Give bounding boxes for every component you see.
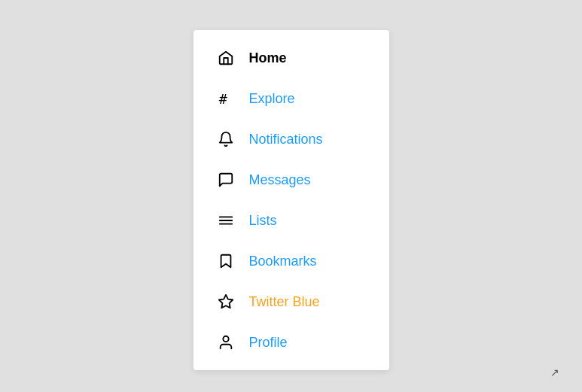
svg-text:#: #	[218, 91, 227, 107]
nav-item-profile[interactable]: Profile	[193, 322, 389, 363]
home-icon	[216, 48, 236, 68]
notifications-icon	[216, 129, 236, 149]
svg-point-5	[223, 336, 228, 342]
nav-item-bookmarks[interactable]: Bookmarks	[193, 241, 389, 281]
nav-item-notifications[interactable]: Notifications	[193, 119, 389, 160]
nav-label-explore: Explore	[249, 91, 295, 107]
nav-item-explore[interactable]: # Explore	[193, 78, 389, 119]
nav-label-profile: Profile	[249, 335, 288, 351]
nav-label-notifications: Notifications	[249, 132, 323, 147]
profile-icon	[216, 333, 236, 352]
nav-label-lists: Lists	[249, 213, 277, 229]
nav-label-messages: Messages	[249, 172, 311, 188]
nav-label-bookmarks: Bookmarks	[249, 254, 317, 269]
nav-item-home[interactable]: Home	[193, 38, 389, 78]
svg-marker-4	[218, 295, 232, 308]
nav-label-twitter-blue: Twitter Blue	[249, 294, 320, 310]
cursor-indicator: ↗	[550, 366, 559, 378]
nav-label-home: Home	[249, 50, 287, 66]
nav-item-messages[interactable]: Messages	[193, 160, 389, 200]
messages-icon	[216, 170, 236, 190]
nav-panel: Home # Explore Notifications Messages	[193, 30, 389, 370]
nav-item-lists[interactable]: Lists	[193, 200, 389, 241]
twitter-blue-icon	[216, 292, 236, 311]
nav-item-twitter-blue[interactable]: Twitter Blue	[193, 281, 389, 322]
bookmarks-icon	[216, 251, 236, 271]
lists-icon	[216, 211, 236, 230]
explore-icon: #	[216, 89, 236, 108]
